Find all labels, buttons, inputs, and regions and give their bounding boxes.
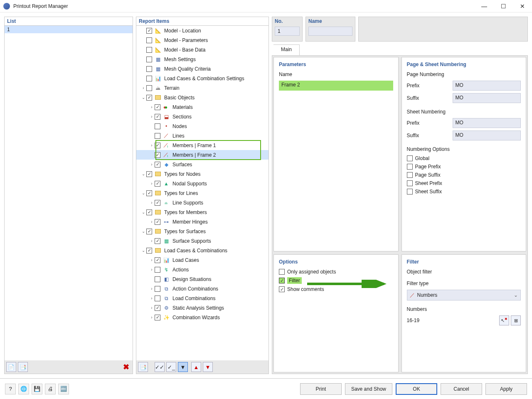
caret-icon[interactable]: › [149, 267, 155, 272]
filter-checkbox[interactable] [279, 278, 285, 283]
numbering-option-checkbox[interactable] [407, 164, 413, 170]
only-assigned-checkbox[interactable] [279, 269, 285, 275]
tree-checkbox[interactable] [146, 28, 152, 34]
only-assigned-row[interactable]: Only assigned objects [279, 269, 393, 275]
tree-item[interactable]: ▦Mesh Settings [136, 54, 268, 64]
numbering-option-row[interactable]: Page Prefix [407, 164, 521, 170]
filter-type-dropdown[interactable]: ／ Numbers ⌄ [407, 290, 521, 300]
tree-checkbox[interactable] [146, 47, 152, 53]
minimize-button[interactable]: — [475, 0, 494, 12]
numbering-option-checkbox[interactable] [407, 155, 413, 161]
caret-icon[interactable]: ⌄ [140, 229, 146, 234]
caret-icon[interactable]: › [140, 86, 146, 90]
tree-checkbox[interactable] [146, 190, 152, 196]
tree-checkbox[interactable] [155, 286, 160, 292]
tree-item[interactable]: ⌄Load Cases & Combinations [136, 246, 268, 255]
uncheck-all-button[interactable]: ✓_ [166, 362, 176, 372]
filter-toggle-button[interactable]: ▼ [178, 362, 188, 372]
page-suffix-input[interactable]: MO [453, 93, 521, 103]
tree-checkbox[interactable] [155, 219, 160, 225]
tree-checkbox[interactable] [146, 171, 152, 177]
tree-checkbox[interactable] [146, 95, 152, 101]
tree-checkbox[interactable] [146, 85, 152, 91]
caret-icon[interactable]: › [149, 114, 155, 119]
tree-item[interactable]: ›↯Actions [136, 265, 268, 274]
tree-item[interactable]: ／Lines [136, 131, 268, 140]
sheet-prefix-input[interactable]: MO [453, 118, 521, 128]
tree-item[interactable]: ›⛰Terrain [136, 83, 268, 93]
tree-checkbox[interactable] [155, 143, 160, 148]
caret-icon[interactable]: › [149, 219, 155, 224]
caret-icon[interactable]: › [149, 286, 155, 291]
tree-item[interactable]: •Nodes [136, 121, 268, 131]
numbering-option-row[interactable]: Page Suffix [407, 172, 521, 178]
tree-checkbox[interactable] [155, 123, 160, 129]
tree-checkbox[interactable] [155, 133, 160, 139]
tree-item[interactable]: ⌄Basic Objects [136, 93, 268, 102]
move-up-button[interactable]: ▲ [191, 362, 201, 372]
tab-main[interactable]: Main [273, 44, 300, 55]
apply-button[interactable]: Apply [485, 383, 527, 395]
tree-item[interactable]: ›⬓Sections [136, 112, 268, 121]
tree-checkbox[interactable] [155, 296, 160, 301]
caret-icon[interactable]: ⌄ [140, 248, 146, 253]
tree-checkbox[interactable] [155, 181, 160, 187]
select-button[interactable]: ⊞ [511, 315, 521, 325]
tree-item[interactable]: ⌄Types for Surfaces [136, 227, 268, 236]
tree-item[interactable]: ›⫨Line Supports [136, 198, 268, 207]
numbering-option-row[interactable]: Global [407, 155, 521, 161]
pick-button[interactable]: ↖✖ [499, 315, 509, 325]
tree-copy-button[interactable]: 📑 [138, 362, 148, 372]
copy-report-button[interactable]: 📑 [18, 362, 28, 372]
show-comments-checkbox[interactable] [279, 286, 285, 292]
print-setup-button[interactable]: 🖨 [45, 384, 56, 394]
tree-checkbox[interactable] [155, 152, 160, 158]
save-and-show-button[interactable]: Save and Show [345, 383, 392, 395]
tree-item[interactable]: ◧Design Situations [136, 274, 268, 284]
tree-item[interactable]: ›⧉Action Combinations [136, 284, 268, 293]
check-all-button[interactable]: ✓✓ [155, 362, 165, 372]
tree-checkbox[interactable] [155, 257, 160, 263]
tree-checkbox[interactable] [146, 76, 152, 81]
tree-item[interactable]: 📊Load Cases & Combination Settings [136, 74, 268, 83]
tree-item[interactable]: 📐Model - Base Data [136, 45, 268, 54]
param-name-input[interactable]: Frame 2 [279, 81, 393, 91]
tree-item[interactable]: ›／IMembers | Frame 1 [136, 140, 268, 150]
tree-checkbox[interactable] [155, 104, 160, 110]
tree-item[interactable]: ›◆Surfaces [136, 160, 268, 169]
caret-icon[interactable]: ⌄ [140, 95, 146, 100]
tree-item[interactable]: ／IMembers | Frame 2 [136, 150, 268, 160]
caret-icon[interactable]: ⌄ [140, 210, 146, 214]
caret-icon[interactable]: › [149, 143, 155, 148]
tree-checkbox[interactable] [155, 162, 160, 167]
tree-checkbox[interactable] [146, 66, 152, 72]
save-button[interactable]: 💾 [32, 384, 42, 394]
sheet-suffix-input[interactable]: MO [453, 131, 521, 140]
caret-icon[interactable]: › [149, 181, 155, 186]
tree-checkbox[interactable] [146, 248, 152, 254]
tree-checkbox[interactable] [146, 229, 152, 234]
tree-checkbox[interactable] [146, 209, 152, 215]
close-button[interactable]: ✕ [513, 0, 532, 12]
tree-checkbox[interactable] [155, 267, 160, 273]
tree-item[interactable]: ›▦Surface Supports [136, 236, 268, 246]
maximize-button[interactable]: ☐ [494, 0, 513, 12]
caret-icon[interactable]: ⌄ [140, 191, 146, 195]
caret-icon[interactable]: › [149, 239, 155, 243]
export-button[interactable]: 🌐 [18, 384, 29, 394]
caret-icon[interactable]: › [149, 258, 155, 262]
caret-icon[interactable]: › [149, 105, 155, 109]
caret-icon[interactable]: › [149, 162, 155, 167]
numbering-option-row[interactable]: Sheet Prefix [407, 180, 521, 186]
tree-checkbox[interactable] [155, 200, 160, 206]
numbering-option-checkbox[interactable] [407, 172, 413, 178]
tree-item[interactable]: ›✨Combination Wizards [136, 313, 268, 322]
caret-icon[interactable]: › [149, 200, 155, 205]
tree-item[interactable]: ⌄Types for Lines [136, 188, 268, 198]
numbering-option-checkbox[interactable] [407, 180, 413, 186]
numbering-option-checkbox[interactable] [407, 189, 413, 195]
no-value[interactable]: 1 [275, 27, 300, 36]
tree-checkbox[interactable] [155, 305, 160, 311]
numbering-option-row[interactable]: Sheet Suffix [407, 189, 521, 195]
tree-checkbox[interactable] [155, 114, 160, 120]
